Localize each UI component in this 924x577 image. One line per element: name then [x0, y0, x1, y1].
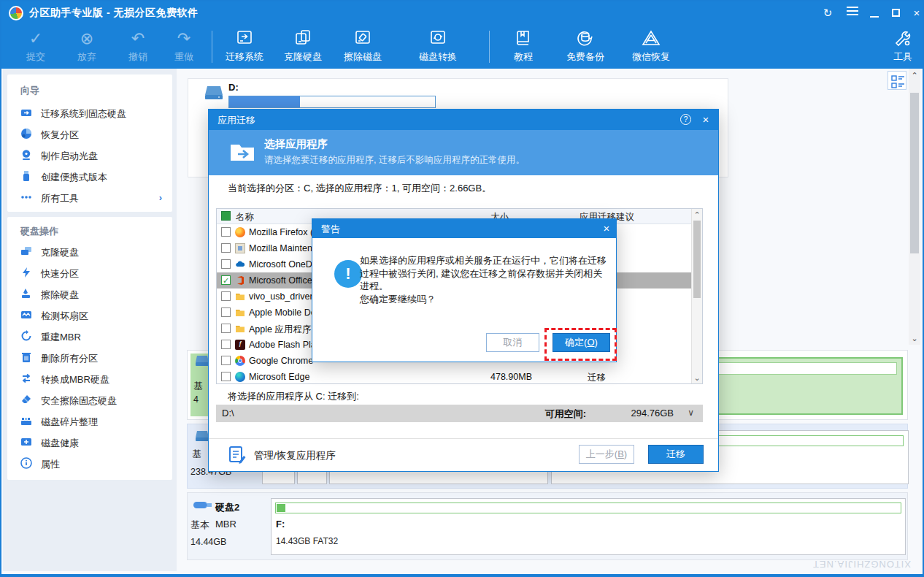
- firefox-icon: [235, 227, 245, 237]
- chrome-icon: [235, 356, 245, 366]
- sidebar-item-secure-erase-ssd[interactable]: 安全擦除固态硬盘: [7, 389, 172, 410]
- select-all-checkbox[interactable]: [221, 211, 231, 221]
- app-checkbox[interactable]: [221, 291, 231, 301]
- dialog-title-bar: 应用迁移 ? ×: [209, 110, 718, 130]
- sidebar-item-create-portable[interactable]: 创建便携式版本: [7, 166, 172, 187]
- warning-message: 如果选择的应用程序或相关服务正在运行中，它们将在迁移 过程中被强行关闭, 建议您…: [360, 254, 607, 305]
- partition-usage-bar: [275, 503, 901, 513]
- folder-icon: [235, 324, 245, 334]
- sync-icon[interactable]: ↻: [820, 7, 835, 20]
- edge-icon: [235, 372, 245, 382]
- disk-name: 硬盘2: [215, 501, 239, 514]
- toolbar-separator: [489, 31, 490, 63]
- selection-summary: 当前选择的分区：C, 选择的应用程序：1, 可用空间：2.66GB。: [228, 182, 491, 195]
- folder-icon: [235, 291, 245, 302]
- free-space-label: 可用空间:: [545, 408, 586, 421]
- rebuild-mbr-icon: [20, 330, 32, 342]
- footer-divider: [209, 438, 718, 439]
- sidebar-item-delete-all-partitions[interactable]: 删除所有分区: [7, 347, 172, 368]
- warning-title: 警告: [321, 223, 340, 236]
- convert-arrows-icon: [20, 372, 32, 384]
- migrate-system-icon: [213, 26, 276, 51]
- list-scrollbar[interactable]: ⌃ ⌄: [691, 209, 702, 383]
- title-bar: 分区助手专业版 - 无损分区免费软件 ↻ ×: [1, 1, 923, 25]
- cancel-button[interactable]: 取消: [486, 333, 539, 352]
- warning-title-bar: 警告 ×: [312, 219, 616, 238]
- clone-disk-button[interactable]: 克隆硬盘: [272, 26, 334, 63]
- free-backup-button[interactable]: 免费备份: [554, 26, 617, 63]
- tools-button[interactable]: 工具: [871, 26, 924, 63]
- backup-icon: [554, 26, 617, 51]
- app-checkbox[interactable]: [221, 227, 231, 237]
- scroll-up-icon[interactable]: ⌃: [909, 70, 920, 80]
- sidebar-item-defrag[interactable]: 磁盘碎片整理: [7, 410, 172, 432]
- disk-icon: [195, 430, 209, 444]
- toolbar: ✓ 提交 ⊗ 放弃 ↶ 撤销 ↷ 重做 迁移系统 克隆硬盘 擦除磁盘: [1, 25, 923, 69]
- close-button[interactable]: ×: [909, 7, 924, 20]
- tutorial-button[interactable]: 教程: [492, 26, 555, 63]
- chevron-right-icon: ›: [159, 192, 162, 203]
- scroll-down-icon[interactable]: ⌄: [909, 333, 920, 343]
- app-row[interactable]: Microsoft Edge 478.90MB 迁移: [217, 369, 691, 384]
- app-checkbox[interactable]: [221, 356, 231, 365]
- watermark: XITONGZHIJIA.NET: [812, 559, 911, 570]
- sidebar-item-make-boot-disc[interactable]: 制作启动光盘: [7, 145, 172, 166]
- redo-icon: ↷: [153, 26, 215, 51]
- warning-exclamation-icon: !: [334, 260, 362, 288]
- app-checkbox[interactable]: [221, 243, 231, 253]
- sidebar-item-convert-to-mbr[interactable]: 转换成MBR硬盘: [7, 368, 172, 389]
- trash-icon: [20, 351, 32, 363]
- sidebar-item-all-tools[interactable]: 所有工具 ›: [7, 187, 172, 208]
- wechat-recover-button[interactable]: 微信恢复: [620, 26, 682, 63]
- sidebar-item-check-bad-sectors[interactable]: 检测坏扇区: [7, 305, 172, 326]
- sidebar-item-clone-disk[interactable]: 克隆硬盘: [7, 241, 172, 262]
- disk-row-3[interactable]: 硬盘2 基本 MBR 14.44GB F: 14.43GB FAT32: [187, 492, 908, 560]
- target-drive-select[interactable]: D:\ 可用空间: 294.76GB ∨: [216, 405, 703, 422]
- scrollbar-thumb[interactable]: [693, 221, 701, 298]
- sidebar-item-migrate-os-to-ssd[interactable]: 迁移系统到固态硬盘: [7, 102, 172, 123]
- warning-dialog: 警告 × ! 如果选择的应用程序或相关服务正在运行中，它们将在迁移 过程中被强行…: [312, 218, 617, 362]
- close-icon[interactable]: ×: [699, 113, 712, 126]
- sidebar-item-rebuild-mbr[interactable]: 重建MBR: [7, 326, 172, 347]
- wipe-disk-button[interactable]: 擦除磁盘: [331, 26, 394, 63]
- portable-usb-icon: [20, 170, 32, 182]
- sidebar-item-disk-health[interactable]: 磁盘健康: [7, 432, 172, 453]
- help-icon[interactable]: ?: [680, 114, 691, 125]
- office-icon: [235, 275, 245, 286]
- app-checkbox[interactable]: [221, 324, 231, 333]
- scroll-up-icon[interactable]: ⌃: [692, 210, 702, 220]
- disk-type: 基本: [190, 519, 209, 532]
- app-checkbox[interactable]: [221, 372, 231, 381]
- recover-partition-icon: [20, 128, 32, 140]
- dialog-step-title: 选择应用程序: [264, 137, 328, 151]
- main-scrollbar[interactable]: ⌃ ⌄: [909, 69, 920, 345]
- sidebar-item-recover-partition[interactable]: 恢复分区: [7, 123, 172, 145]
- target-path: D:\: [222, 408, 234, 419]
- scrollbar-thumb[interactable]: [910, 93, 919, 253]
- app-checkbox[interactable]: [221, 307, 231, 317]
- partition-info: 14.43GB FAT32: [276, 536, 338, 546]
- disk-type-partial: 基: [192, 448, 201, 461]
- clone-disk-icon: [272, 26, 334, 51]
- close-icon[interactable]: ×: [600, 222, 613, 234]
- clone-disk-icon: [20, 245, 32, 257]
- app-checkbox[interactable]: [221, 340, 231, 349]
- ok-highlight-annotation: [544, 328, 617, 361]
- sidebar-item-quick-partition[interactable]: 快速分区: [7, 262, 172, 283]
- volume-usage-fill: [229, 96, 300, 107]
- flash-icon: f: [235, 340, 245, 350]
- eraser-icon: [20, 394, 32, 405]
- disk-convert-button[interactable]: 磁盘转换: [407, 26, 469, 63]
- sidebar-item-properties[interactable]: 属性: [7, 453, 172, 474]
- scroll-down-icon[interactable]: ⌄: [692, 372, 702, 383]
- partition-block-f[interactable]: F: 14.43GB FAT32: [271, 498, 906, 555]
- app-checkbox-checked[interactable]: ✓: [221, 275, 231, 285]
- view-toggle-button[interactable]: [888, 71, 906, 90]
- back-button[interactable]: 上一步(B): [579, 445, 634, 464]
- tutorial-book-icon: [492, 26, 555, 51]
- sidebar-item-wipe-disk[interactable]: 擦除硬盘: [7, 283, 172, 305]
- migrate-system-button[interactable]: 迁移系统: [213, 26, 276, 63]
- folder-icon: [235, 307, 245, 318]
- app-checkbox[interactable]: [221, 259, 231, 269]
- migrate-button[interactable]: 迁移: [648, 445, 704, 464]
